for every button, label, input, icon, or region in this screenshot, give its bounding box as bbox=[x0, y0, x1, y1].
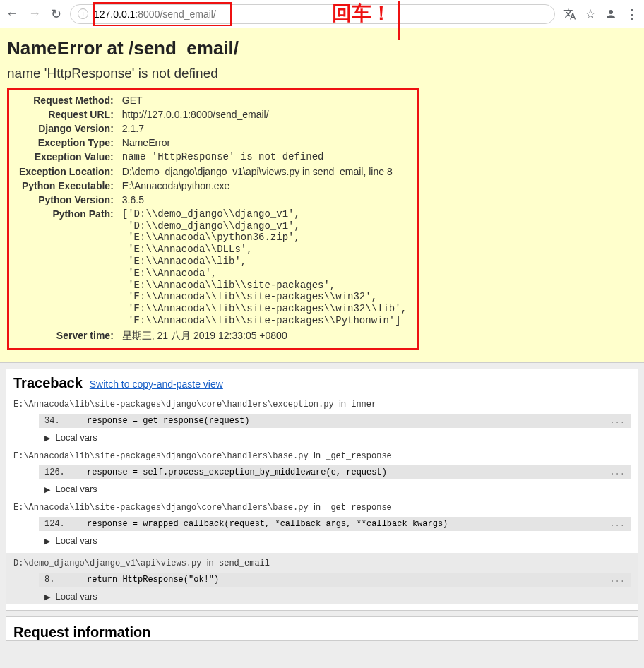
traceback-section: Traceback Switch to copy-and-paste view … bbox=[6, 369, 638, 611]
forward-icon[interactable]: → bbox=[28, 6, 41, 21]
label-request-method: Request Method: bbox=[15, 93, 118, 107]
code-line[interactable]: 8. return HttpResponse("ok!")... bbox=[39, 573, 631, 587]
value-python-executable: E:\Annacoda\python.exe bbox=[118, 179, 411, 193]
label-exception-location: Exception Location: bbox=[15, 165, 118, 179]
label-server-time: Server time: bbox=[15, 328, 118, 344]
traceback-frame: E:\Annacoda\lib\site-packages\django\cor… bbox=[13, 450, 631, 494]
triangle-right-icon: ▶ bbox=[44, 592, 50, 601]
switch-view-link[interactable]: Switch to copy-and-paste view bbox=[90, 378, 223, 390]
frame-location[interactable]: E:\Annacoda\lib\site-packages\django\cor… bbox=[13, 501, 631, 513]
svg-point-0 bbox=[609, 10, 613, 14]
frame-location[interactable]: E:\Annacoda\lib\site-packages\django\cor… bbox=[13, 450, 631, 461]
value-exception-value: name 'HttpResponse' is not defined bbox=[118, 150, 411, 165]
address-bar[interactable]: i 127.0.0.1:8000/send_email/ bbox=[70, 4, 555, 24]
frame-location[interactable]: D:\demo_django\django_v1\api\views.py in… bbox=[13, 557, 631, 568]
triangle-right-icon: ▶ bbox=[44, 485, 50, 494]
value-exception-type: NameError bbox=[118, 136, 411, 150]
traceback-frame: E:\Annacoda\lib\site-packages\django\cor… bbox=[13, 398, 631, 443]
frame-location[interactable]: E:\Annacoda\lib\site-packages\django\cor… bbox=[13, 398, 631, 410]
value-server-time: 星期三, 21 八月 2019 12:33:05 +0800 bbox=[118, 328, 411, 344]
menu-icon[interactable]: ⋮ bbox=[626, 6, 638, 22]
label-request-url: Request URL: bbox=[15, 107, 118, 121]
label-python-version: Python Version: bbox=[15, 193, 118, 207]
label-exception-value: Exception Value: bbox=[15, 150, 118, 165]
value-django-version: 2.1.7 bbox=[118, 121, 411, 136]
traceback-frame: E:\Annacoda\lib\site-packages\django\cor… bbox=[13, 501, 631, 546]
triangle-right-icon: ▶ bbox=[44, 434, 50, 442]
triangle-right-icon: ▶ bbox=[44, 537, 50, 545]
value-python-version: 3.6.5 bbox=[118, 193, 411, 207]
value-exception-location: D:\demo_django\django_v1\api\views.py in… bbox=[118, 165, 411, 179]
site-info-icon[interactable]: i bbox=[78, 8, 88, 19]
value-request-method: GET bbox=[118, 93, 411, 107]
local-vars-toggle[interactable]: ▶ Local vars bbox=[44, 535, 631, 546]
local-vars-toggle[interactable]: ▶ Local vars bbox=[44, 484, 631, 494]
bookmark-star-icon[interactable]: ☆ bbox=[585, 6, 596, 22]
error-meta-box: Request Method:GET Request URL:http://12… bbox=[7, 88, 419, 350]
url-text: 127.0.0.1:8000/send_email/ bbox=[94, 8, 216, 20]
local-vars-toggle[interactable]: ▶ Local vars bbox=[44, 591, 631, 602]
value-python-path: ['D:\\demo_django\\django_v1', 'D:\\demo… bbox=[118, 207, 411, 328]
error-subtitle: name 'HttpResponse' is not defined bbox=[7, 63, 637, 88]
profile-icon[interactable] bbox=[604, 8, 617, 20]
local-vars-toggle[interactable]: ▶ Local vars bbox=[44, 432, 631, 443]
request-info-heading: Request information bbox=[13, 624, 631, 640]
label-python-executable: Python Executable: bbox=[15, 179, 118, 193]
request-info-section: Request information bbox=[6, 616, 638, 641]
label-python-path: Python Path: bbox=[15, 207, 118, 328]
label-exception-type: Exception Type: bbox=[15, 136, 118, 150]
value-request-url: http://127.0.0.1:8000/send_email/ bbox=[118, 107, 411, 121]
error-summary: NameError at /send_email/ name 'HttpResp… bbox=[0, 28, 644, 363]
code-line[interactable]: 124. response = wrapped_callback(request… bbox=[39, 517, 631, 531]
translate-icon[interactable] bbox=[564, 8, 576, 20]
back-icon[interactable]: ← bbox=[6, 6, 18, 21]
traceback-heading: Traceback bbox=[13, 375, 83, 390]
traceback-frame: D:\demo_django\django_v1\api\views.py in… bbox=[6, 553, 638, 604]
browser-toolbar: ← → ↻ i 127.0.0.1:8000/send_email/ ☆ ⋮ bbox=[0, 0, 644, 28]
code-line[interactable]: 34. response = get_response(request)... bbox=[39, 414, 631, 428]
label-django-version: Django Version: bbox=[15, 121, 118, 136]
error-meta-table: Request Method:GET Request URL:http://12… bbox=[15, 93, 411, 344]
code-line[interactable]: 126. response = self.process_exception_b… bbox=[39, 465, 631, 479]
error-title: NameError at /send_email/ bbox=[7, 35, 637, 63]
reload-icon[interactable]: ↻ bbox=[51, 6, 61, 22]
